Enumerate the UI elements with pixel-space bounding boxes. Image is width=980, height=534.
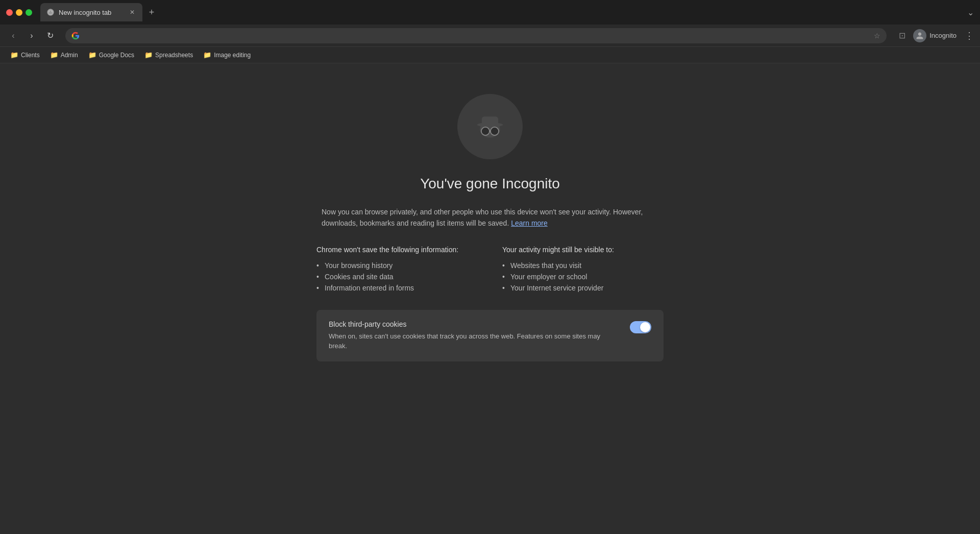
titlebar: New incognito tab ✕ + ⌄	[0, 0, 980, 25]
folder-icon: 📁	[50, 51, 58, 59]
google-logo-icon	[71, 32, 80, 40]
block-cookies-toggle[interactable]	[630, 321, 651, 333]
refresh-icon: ↻	[47, 31, 54, 40]
list-item: Your browsing history	[316, 260, 478, 271]
still-visible-title: Your activity might still be visible to:	[502, 246, 664, 254]
person-icon	[916, 32, 924, 40]
bookmark-clients[interactable]: 📁 Clients	[6, 49, 44, 61]
folder-icon: 📁	[144, 51, 153, 59]
chevron-down-icon[interactable]: ⌄	[967, 8, 974, 17]
incognito-tab-icon	[46, 8, 55, 16]
tab-title: New incognito tab	[59, 9, 124, 16]
address-input[interactable]	[84, 32, 870, 40]
list-item: Cookies and site data	[316, 271, 478, 282]
bookmark-google-docs[interactable]: 📁 Google Docs	[84, 49, 138, 61]
cookie-title: Block third-party cookies	[329, 320, 618, 328]
split-view-button[interactable]: ⊡	[895, 29, 909, 43]
bookmark-image-editing[interactable]: 📁 Image editing	[199, 49, 255, 61]
incognito-description: Now you can browse privately, and other …	[322, 206, 658, 229]
bookmark-admin[interactable]: 📁 Admin	[46, 49, 82, 61]
bookmark-label: Clients	[21, 52, 40, 59]
list-item: Your Internet service provider	[502, 282, 664, 294]
info-columns: Chrome won't save the following informat…	[316, 246, 664, 294]
cookie-description: When on, sites can't use cookies that tr…	[329, 331, 618, 351]
svg-point-4	[491, 127, 499, 135]
list-item: Websites that you visit	[502, 260, 664, 271]
folder-icon: 📁	[88, 51, 96, 59]
list-item: Information entered in forms	[316, 282, 478, 294]
cookie-box: Block third-party cookies When on, sites…	[316, 310, 664, 361]
maximize-button[interactable]	[26, 9, 32, 16]
folder-icon: 📁	[203, 51, 211, 59]
bookmark-label: Admin	[61, 52, 78, 59]
bookmark-spreadsheets[interactable]: 📁 Spreadsheets	[140, 49, 197, 61]
still-visible-col: Your activity might still be visible to:…	[502, 246, 664, 294]
chrome-wont-save-col: Chrome won't save the following informat…	[316, 246, 478, 294]
close-button[interactable]	[6, 9, 13, 16]
forward-icon: ›	[30, 31, 33, 40]
svg-point-3	[481, 127, 489, 135]
main-content: You've gone Incognito Now you can browse…	[0, 63, 980, 534]
bookmark-star-icon[interactable]: ☆	[874, 32, 880, 40]
split-view-icon: ⊡	[899, 31, 905, 40]
still-visible-list: Websites that you visit Your employer or…	[502, 260, 664, 294]
active-tab[interactable]: New incognito tab ✕	[40, 3, 142, 21]
incognito-icon-wrapper	[457, 94, 523, 159]
avatar	[913, 29, 926, 42]
back-button[interactable]: ‹	[6, 29, 20, 43]
tab-close-button[interactable]: ✕	[128, 8, 136, 16]
profile-label: Incognito	[929, 32, 957, 39]
bookmark-label: Google Docs	[99, 52, 134, 59]
titlebar-actions: ⌄	[967, 8, 974, 17]
profile-button[interactable]: Incognito	[913, 29, 957, 42]
minimize-button[interactable]	[16, 9, 22, 16]
learn-more-link[interactable]: Learn more	[511, 219, 548, 227]
chrome-wont-save-title: Chrome won't save the following informat…	[316, 246, 478, 254]
list-item: Your employer or school	[502, 271, 664, 282]
folder-icon: 📁	[10, 51, 18, 59]
incognito-mascot-icon	[472, 108, 508, 145]
address-bar-icons: ☆	[874, 32, 880, 40]
bookmarks-bar: 📁 Clients 📁 Admin 📁 Google Docs 📁 Spread…	[0, 47, 980, 63]
back-icon: ‹	[12, 31, 14, 40]
bookmark-label: Image editing	[214, 52, 251, 59]
address-bar[interactable]: ☆	[65, 28, 887, 43]
cookie-text: Block third-party cookies When on, sites…	[329, 320, 618, 351]
traffic-lights	[6, 9, 32, 16]
bookmark-label: Spreadsheets	[155, 52, 193, 59]
tab-bar: New incognito tab ✕ +	[40, 3, 963, 21]
refresh-button[interactable]: ↻	[43, 29, 57, 43]
incognito-heading: You've gone Incognito	[420, 176, 560, 192]
new-tab-button[interactable]: +	[144, 5, 159, 19]
forward-button[interactable]: ›	[24, 29, 39, 43]
navbar: ‹ › ↻ ☆ ⊡ Incognito ⋮	[0, 25, 980, 47]
chrome-wont-save-list: Your browsing history Cookies and site d…	[316, 260, 478, 294]
toggle-knob	[640, 322, 650, 332]
menu-button[interactable]: ⋮	[965, 30, 974, 41]
